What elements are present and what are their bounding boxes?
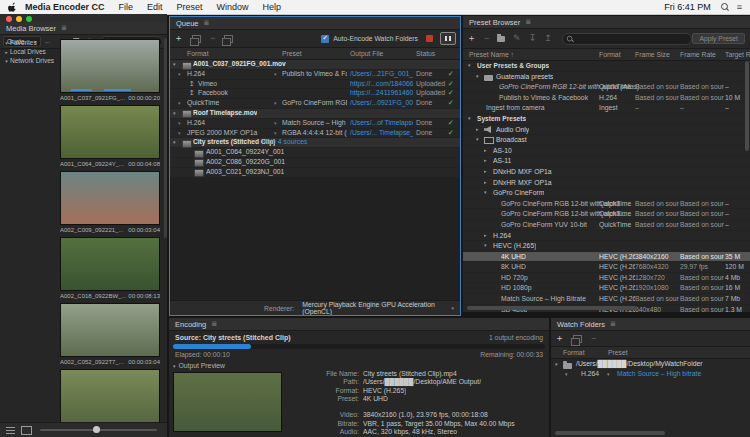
- menu-app-name[interactable]: Media Encoder CC: [23, 2, 112, 12]
- row-chevron-icon[interactable]: ▾: [173, 109, 181, 118]
- row-preset[interactable]: Match Source – High bitr...: [282, 119, 347, 128]
- preset-row[interactable]: ▾ System Presets: [463, 114, 750, 125]
- column-preset[interactable]: Preset: [608, 349, 628, 356]
- output-preview-toggle[interactable]: ▾Output Preview: [173, 362, 225, 369]
- queue-row[interactable]: ▾ QuickTime ▾ GoPro CineForm RGB 12... /…: [170, 99, 460, 109]
- row-chevron-icon[interactable]: ▾: [484, 241, 487, 251]
- format-dropdown-icon[interactable]: ▾: [178, 70, 181, 79]
- slider-knob[interactable]: [93, 426, 100, 433]
- delete-preset-button[interactable]: −: [484, 34, 489, 43]
- row-output-link[interactable]: /Users/...21FG_001_1.mp4: [350, 70, 413, 79]
- import-preset-icon[interactable]: ↧: [529, 34, 537, 43]
- auto-encode-checkbox[interactable]: [321, 35, 329, 43]
- clip-thumbnail[interactable]: [60, 39, 160, 93]
- add-watch-folder-button[interactable]: ＋: [555, 334, 564, 343]
- menu-help[interactable]: Help: [256, 2, 289, 12]
- thumbnail-view-icon[interactable]: [21, 426, 32, 435]
- add-output-icon[interactable]: [192, 35, 201, 43]
- panel-menu-icon[interactable]: ≣: [204, 19, 210, 27]
- row-preset[interactable]: Match Source – High bitrate: [617, 369, 701, 379]
- row-chevron-icon[interactable]: ▾: [476, 72, 479, 82]
- queue-row[interactable]: ▾ H.264 ▾ Publish to Vimeo & Face... /Us…: [170, 70, 460, 80]
- remove-button[interactable]: −: [210, 34, 215, 43]
- preset-row[interactable]: Ingest from camera Ingest – – –: [463, 103, 750, 114]
- row-preset[interactable]: Publish to Vimeo & Face...: [282, 70, 347, 79]
- spotlight-icon[interactable]: [721, 3, 729, 11]
- column-preset-name[interactable]: Preset Name ↑: [469, 51, 514, 58]
- column-status[interactable]: Status: [416, 50, 435, 57]
- menu-preset[interactable]: Preset: [170, 2, 210, 12]
- tab-media-browser[interactable]: Media Browser: [6, 24, 56, 33]
- queue-row[interactable]: A001_C064_09224Y_001 ▾ ▾ ✓: [170, 148, 460, 158]
- watch-folder-output-row[interactable]: ▾ H.264 ▾ Match Source – High bitrate: [551, 369, 750, 379]
- preset-row[interactable]: ▸ DNxHD MXF OP1a: [463, 167, 750, 178]
- list-view-icon[interactable]: [6, 427, 15, 434]
- tree-item[interactable]: ▾Network Drives: [0, 56, 58, 65]
- hide-sources-link[interactable]: Hide 4 sources: [262, 138, 307, 147]
- format-dropdown-icon[interactable]: ▾: [565, 369, 568, 379]
- media-clip-item[interactable]: [60, 369, 160, 423]
- stop-queue-button[interactable]: [426, 35, 433, 42]
- chevron-down-icon[interactable]: ▾: [451, 305, 454, 311]
- preset-row[interactable]: ▾ User Presets & Groups: [463, 61, 750, 72]
- column-format[interactable]: Format: [563, 349, 585, 356]
- clip-thumbnail[interactable]: [60, 237, 160, 291]
- duplicate-icon[interactable]: [224, 35, 233, 43]
- row-format[interactable]: H.264: [187, 119, 271, 128]
- add-source-button[interactable]: ＋: [174, 34, 183, 43]
- tab-watch-folders[interactable]: Watch Folders: [557, 320, 605, 329]
- preset-row[interactable]: ▸ Audio Only: [463, 125, 750, 136]
- preset-row[interactable]: ▾ Broadcast: [463, 135, 750, 146]
- preset-row[interactable]: 4K UHD HEVC (H.265) 3840x2160 Based on s…: [463, 252, 750, 263]
- preset-row[interactable]: ▾ HEVC (H.265): [463, 241, 750, 252]
- media-scrollbar[interactable]: [164, 38, 167, 238]
- row-output-link[interactable]: https://...24119614602283: [350, 89, 413, 98]
- media-clip-item[interactable]: A002_C052_0922T7_...00:00:03:04: [60, 303, 160, 367]
- thumbnail-zoom-slider[interactable]: [40, 429, 157, 431]
- row-format[interactable]: JPEG 2000 MXF OP1a: [187, 129, 271, 138]
- apple-menu-icon[interactable]: [8, 2, 17, 13]
- row-chevron-icon[interactable]: ▾: [476, 135, 479, 145]
- panel-menu-icon[interactable]: ≣: [211, 320, 217, 328]
- preset-row[interactable]: Publish to Vimeo & Facebook H.264 Based …: [463, 93, 750, 104]
- preset-row[interactable]: GoPro CineForm RGB 12-bit with alpha Qui…: [463, 199, 750, 210]
- row-chevron-icon[interactable]: ▾: [173, 138, 181, 147]
- row-chevron-icon[interactable]: ▸: [484, 167, 487, 177]
- media-clip-item[interactable]: A002_C018_0922BW_...00:00:08:13: [60, 237, 160, 301]
- row-chevron-icon[interactable]: ▸: [476, 125, 479, 135]
- queue-row[interactable]: ▾ Roof Timelapse.mov ▾ ▾ ✓: [170, 109, 460, 119]
- preset-dropdown-icon[interactable]: ▾: [274, 70, 277, 79]
- row-chevron-icon[interactable]: ▾: [173, 60, 181, 69]
- queue-row[interactable]: A002_C086_09220G_001 ▾ ▾ ✓: [170, 158, 460, 168]
- panel-menu-icon[interactable]: ≣: [61, 24, 67, 32]
- clip-thumbnail[interactable]: [60, 105, 160, 159]
- tree-chevron-icon[interactable]: ▾: [3, 58, 10, 64]
- preset-dropdown-icon[interactable]: ▾: [274, 99, 277, 108]
- row-output-link[interactable]: https://...com/184066142: [350, 80, 413, 89]
- row-preset[interactable]: RGBA 4:4:4:4 12-bit (BC...: [282, 129, 347, 138]
- queue-row[interactable]: ▾ H.264 ▾ Match Source – High bitr... /U…: [170, 119, 460, 129]
- format-dropdown-icon[interactable]: ▾: [178, 129, 181, 138]
- preset-row[interactable]: ▸ AS-10: [463, 146, 750, 157]
- menubar-clock[interactable]: Fri 6:41 PM: [664, 2, 711, 12]
- row-chevron-icon[interactable]: ▾: [468, 61, 471, 71]
- column-format[interactable]: Format: [187, 50, 209, 57]
- queue-row[interactable]: ▾ JPEG 2000 MXF OP1a ▾ RGBA 4:4:4:4 12-b…: [170, 129, 460, 139]
- queue-row[interactable]: A003_C021_0923NJ_001 ▾ ▾ ✓: [170, 168, 460, 178]
- media-clip-item[interactable]: A001_C064_09224Y_...00:00:04:08: [60, 105, 160, 169]
- row-chevron-icon[interactable]: ▾: [555, 359, 558, 369]
- remove-watch-folder-button[interactable]: −: [591, 334, 596, 343]
- close-window-button[interactable]: [6, 16, 12, 22]
- row-chevron-icon[interactable]: ▾: [484, 188, 487, 198]
- column-target-rate[interactable]: Target R: [725, 51, 750, 58]
- tab-encoding[interactable]: Encoding: [175, 320, 206, 329]
- row-chevron-icon[interactable]: ▸: [484, 146, 487, 156]
- row-format[interactable]: H.264: [187, 70, 271, 79]
- export-preset-icon[interactable]: ↥: [544, 34, 552, 43]
- clip-thumbnail[interactable]: [60, 303, 160, 357]
- preset-row[interactable]: Match Source – High Bitrate HEVC (H.265)…: [463, 294, 750, 305]
- menu-window[interactable]: Window: [210, 2, 256, 12]
- preset-row[interactable]: GoPro CineForm YUV 10-bit QuickTime Base…: [463, 220, 750, 231]
- preset-row[interactable]: ▸ AS-11: [463, 156, 750, 167]
- row-chevron-icon[interactable]: ▸: [484, 156, 487, 166]
